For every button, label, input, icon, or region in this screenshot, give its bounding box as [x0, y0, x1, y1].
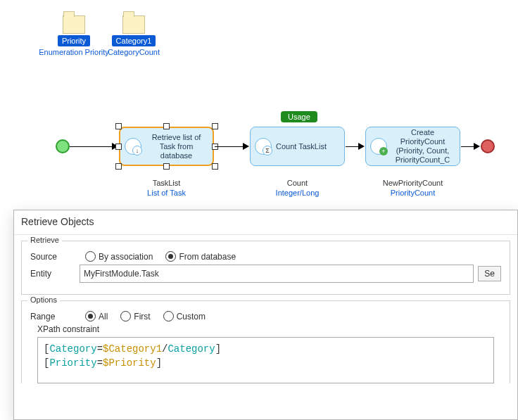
selection-handle[interactable] — [212, 123, 218, 129]
activity-label: Create PriorityCount (Priority, Count, P… — [391, 128, 454, 165]
radio-range-custom[interactable] — [163, 311, 174, 322]
parameter-name: Category1 — [112, 35, 156, 46]
xpath-label: XPath constraint — [37, 324, 494, 334]
dialog-title: Retrieve Objects — [14, 210, 517, 235]
selection-handle[interactable] — [115, 144, 122, 150]
selection-handle[interactable] — [212, 163, 218, 170]
radio-by-association[interactable] — [85, 251, 96, 262]
radio-range-all[interactable] — [85, 311, 96, 322]
selection-handle[interactable] — [163, 163, 170, 170]
radio-from-database[interactable] — [165, 251, 176, 262]
select-entity-button[interactable]: Se — [478, 266, 501, 281]
fieldset-legend: Options — [27, 295, 60, 304]
fieldset-legend: Retrieve — [27, 236, 62, 244]
entity-input[interactable]: MyFirstModule.Task — [80, 265, 474, 283]
end-event[interactable] — [481, 139, 495, 153]
activity-label: Count TaskList — [276, 142, 327, 151]
selection-handle[interactable] — [115, 123, 122, 129]
parameter-type: Enumeration Priority — [39, 48, 109, 56]
arrow-head-icon — [474, 143, 480, 150]
count-icon — [255, 138, 272, 155]
parameter-name: Priority — [58, 35, 90, 46]
entity-row: Entity MyFirstModule.Task Se — [30, 265, 501, 283]
arrow-head-icon — [358, 143, 365, 150]
arrow-head-icon — [243, 143, 249, 150]
xpath-constraint-input[interactable]: [Category=$Category1/Category] [Priority… — [37, 337, 494, 383]
create-icon — [370, 138, 387, 155]
return-type: List of Task — [119, 189, 214, 197]
retrieve-icon — [125, 138, 141, 155]
source-row: Source By association From database — [30, 251, 501, 262]
folder-icon — [122, 15, 145, 34]
retrieve-fieldset: Retrieve Source By association From data… — [21, 241, 510, 295]
radio-label: Custom — [177, 312, 206, 322]
activity-count[interactable]: Count TaskList — [250, 127, 345, 166]
usage-badge: Usage — [281, 111, 317, 122]
entity-label: Entity — [30, 269, 80, 279]
parameter-type: CategoryCount — [102, 48, 165, 56]
radio-label: By association — [99, 252, 153, 262]
activity-retrieve[interactable]: Retrieve list of Task from database — [119, 127, 214, 166]
return-name: Count — [250, 179, 345, 187]
activity-label: Retrieve list of Task from database — [146, 133, 207, 160]
radio-label: All — [99, 312, 108, 322]
radio-range-first[interactable] — [120, 311, 131, 322]
selection-handle[interactable] — [115, 163, 122, 170]
microflow-parameter[interactable]: Priority Enumeration Priority — [39, 15, 109, 56]
range-label: Range — [30, 312, 80, 322]
return-name: NewPriorityCount — [365, 179, 460, 187]
range-row: Range All First Custom — [30, 311, 501, 322]
start-event[interactable] — [56, 139, 70, 153]
return-name: TaskList — [119, 179, 214, 187]
return-type: PriorityCount — [365, 189, 460, 197]
selection-handle[interactable] — [163, 123, 170, 129]
return-type: Integer/Long — [250, 189, 345, 197]
activity-create[interactable]: Create PriorityCount (Priority, Count, P… — [365, 127, 460, 166]
options-fieldset: Options Range All First Custom XPath con… — [21, 300, 510, 383]
source-label: Source — [30, 252, 80, 262]
retrieve-objects-dialog: Retrieve Objects Retrieve Source By asso… — [13, 210, 518, 420]
folder-icon — [63, 15, 85, 34]
sequence-flow — [346, 146, 360, 147]
radio-label: From database — [179, 252, 236, 262]
sequence-flow — [70, 146, 113, 147]
sequence-flow — [215, 146, 244, 147]
microflow-parameter[interactable]: Category1 CategoryCount — [102, 15, 165, 56]
radio-label: First — [134, 312, 150, 322]
sequence-flow — [461, 146, 475, 147]
